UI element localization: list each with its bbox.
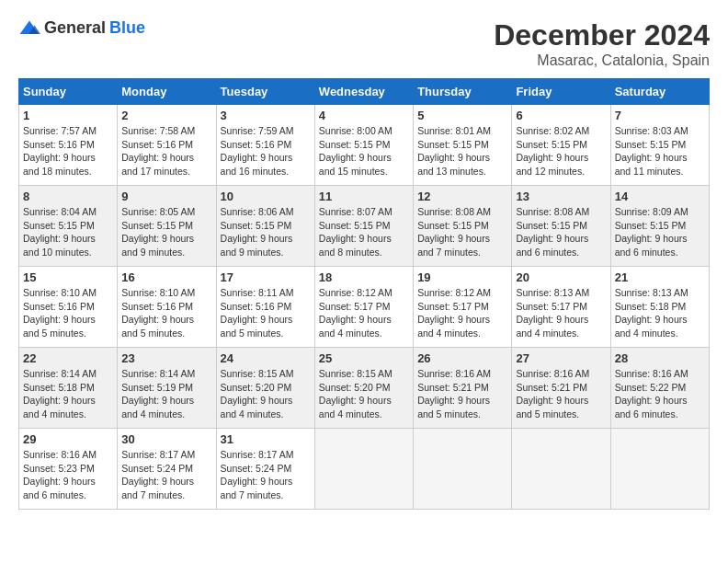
day-number: 12 (417, 190, 507, 203)
table-row: 13 Sunrise: 8:08 AM Sunset: 5:15 PM Dayl… (512, 186, 610, 267)
table-row: 5 Sunrise: 8:01 AM Sunset: 5:15 PM Dayli… (414, 105, 512, 186)
day-number: 29 (23, 432, 113, 446)
table-row: 31 Sunrise: 8:17 AM Sunset: 5:24 PM Dayl… (216, 429, 314, 510)
day-number: 15 (23, 270, 113, 284)
table-row: 19 Sunrise: 8:12 AM Sunset: 5:17 PM Dayl… (414, 267, 512, 348)
day-number: 13 (516, 190, 606, 203)
location-title: Masarac, Catalonia, Spain (494, 52, 710, 69)
table-row: 23 Sunrise: 8:14 AM Sunset: 5:19 PM Dayl… (118, 348, 216, 429)
table-row: 25 Sunrise: 8:15 AM Sunset: 5:20 PM Dayl… (314, 348, 413, 429)
page-header: GeneralBlue December 2024 Masarac, Catal… (18, 18, 710, 69)
day-number: 28 (615, 351, 705, 365)
day-info: Sunrise: 8:16 AM Sunset: 5:22 PM Dayligh… (615, 367, 705, 421)
table-row (610, 429, 709, 510)
day-info: Sunrise: 8:03 AM Sunset: 5:15 PM Dayligh… (615, 124, 705, 178)
day-info: Sunrise: 8:16 AM Sunset: 5:23 PM Dayligh… (23, 448, 113, 502)
table-row: 22 Sunrise: 8:14 AM Sunset: 5:18 PM Dayl… (19, 348, 118, 429)
day-number: 30 (121, 432, 211, 446)
day-info: Sunrise: 7:58 AM Sunset: 5:16 PM Dayligh… (121, 124, 211, 178)
header-wednesday: Wednesday (314, 79, 413, 105)
day-info: Sunrise: 8:13 AM Sunset: 5:17 PM Dayligh… (516, 286, 606, 340)
day-info: Sunrise: 8:15 AM Sunset: 5:20 PM Dayligh… (221, 367, 311, 421)
header-tuesday: Tuesday (216, 79, 314, 105)
day-number: 11 (319, 190, 409, 203)
day-info: Sunrise: 8:08 AM Sunset: 5:15 PM Dayligh… (417, 205, 507, 259)
day-number: 18 (319, 270, 409, 284)
day-number: 8 (23, 190, 113, 203)
calendar-row: 22 Sunrise: 8:14 AM Sunset: 5:18 PM Dayl… (19, 348, 710, 429)
day-number: 24 (221, 351, 311, 365)
logo-blue: Blue (109, 18, 145, 38)
day-number: 17 (221, 270, 311, 284)
table-row: 7 Sunrise: 8:03 AM Sunset: 5:15 PM Dayli… (610, 105, 709, 186)
day-info: Sunrise: 8:17 AM Sunset: 5:24 PM Dayligh… (221, 448, 311, 502)
calendar-row: 29 Sunrise: 8:16 AM Sunset: 5:23 PM Dayl… (19, 429, 710, 510)
table-row: 9 Sunrise: 8:05 AM Sunset: 5:15 PM Dayli… (118, 186, 216, 267)
day-info: Sunrise: 8:12 AM Sunset: 5:17 PM Dayligh… (417, 286, 507, 340)
day-info: Sunrise: 8:07 AM Sunset: 5:15 PM Dayligh… (319, 205, 409, 259)
table-row: 24 Sunrise: 8:15 AM Sunset: 5:20 PM Dayl… (216, 348, 314, 429)
day-info: Sunrise: 8:10 AM Sunset: 5:16 PM Dayligh… (121, 286, 211, 340)
day-number: 3 (221, 109, 311, 122)
day-info: Sunrise: 8:17 AM Sunset: 5:24 PM Dayligh… (121, 448, 211, 502)
logo-icon (18, 19, 40, 38)
calendar-header-row: Sunday Monday Tuesday Wednesday Thursday… (19, 79, 710, 105)
day-info: Sunrise: 8:08 AM Sunset: 5:15 PM Dayligh… (516, 205, 606, 259)
day-number: 14 (615, 190, 705, 203)
day-info: Sunrise: 8:06 AM Sunset: 5:15 PM Dayligh… (221, 205, 311, 259)
day-info: Sunrise: 7:57 AM Sunset: 5:16 PM Dayligh… (23, 124, 113, 178)
day-number: 16 (121, 270, 211, 284)
day-number: 22 (23, 351, 113, 365)
day-number: 2 (121, 109, 211, 122)
header-monday: Monday (118, 79, 216, 105)
table-row: 1 Sunrise: 7:57 AM Sunset: 5:16 PM Dayli… (19, 105, 118, 186)
table-row: 8 Sunrise: 8:04 AM Sunset: 5:15 PM Dayli… (19, 186, 118, 267)
day-number: 31 (221, 432, 311, 446)
table-row: 4 Sunrise: 8:00 AM Sunset: 5:15 PM Dayli… (314, 105, 413, 186)
day-info: Sunrise: 8:10 AM Sunset: 5:16 PM Dayligh… (23, 286, 113, 340)
day-info: Sunrise: 8:11 AM Sunset: 5:16 PM Dayligh… (221, 286, 311, 340)
table-row: 18 Sunrise: 8:12 AM Sunset: 5:17 PM Dayl… (314, 267, 413, 348)
day-info: Sunrise: 8:09 AM Sunset: 5:15 PM Dayligh… (615, 205, 705, 259)
header-sunday: Sunday (19, 79, 118, 105)
table-row: 11 Sunrise: 8:07 AM Sunset: 5:15 PM Dayl… (314, 186, 413, 267)
logo-general: General (44, 18, 106, 38)
day-info: Sunrise: 8:16 AM Sunset: 5:21 PM Dayligh… (417, 367, 507, 421)
day-number: 6 (516, 109, 606, 122)
calendar-row: 1 Sunrise: 7:57 AM Sunset: 5:16 PM Dayli… (19, 105, 710, 186)
table-row: 12 Sunrise: 8:08 AM Sunset: 5:15 PM Dayl… (414, 186, 512, 267)
table-row: 21 Sunrise: 8:13 AM Sunset: 5:18 PM Dayl… (610, 267, 709, 348)
table-row: 20 Sunrise: 8:13 AM Sunset: 5:17 PM Dayl… (512, 267, 610, 348)
day-info: Sunrise: 8:05 AM Sunset: 5:15 PM Dayligh… (121, 205, 211, 259)
day-number: 5 (417, 109, 507, 122)
day-info: Sunrise: 7:59 AM Sunset: 5:16 PM Dayligh… (221, 124, 311, 178)
title-block: December 2024 Masarac, Catalonia, Spain (494, 18, 710, 69)
day-number: 26 (417, 351, 507, 365)
day-info: Sunrise: 8:14 AM Sunset: 5:18 PM Dayligh… (23, 367, 113, 421)
table-row: 29 Sunrise: 8:16 AM Sunset: 5:23 PM Dayl… (19, 429, 118, 510)
day-number: 19 (417, 270, 507, 284)
day-info: Sunrise: 8:13 AM Sunset: 5:18 PM Dayligh… (615, 286, 705, 340)
table-row (414, 429, 512, 510)
table-row: 3 Sunrise: 7:59 AM Sunset: 5:16 PM Dayli… (216, 105, 314, 186)
day-info: Sunrise: 8:16 AM Sunset: 5:21 PM Dayligh… (516, 367, 606, 421)
table-row: 26 Sunrise: 8:16 AM Sunset: 5:21 PM Dayl… (414, 348, 512, 429)
day-number: 23 (121, 351, 211, 365)
logo: GeneralBlue (18, 18, 145, 38)
day-info: Sunrise: 8:04 AM Sunset: 5:15 PM Dayligh… (23, 205, 113, 259)
day-info: Sunrise: 8:00 AM Sunset: 5:15 PM Dayligh… (319, 124, 409, 178)
table-row: 10 Sunrise: 8:06 AM Sunset: 5:15 PM Dayl… (216, 186, 314, 267)
day-number: 1 (23, 109, 113, 122)
calendar-row: 8 Sunrise: 8:04 AM Sunset: 5:15 PM Dayli… (19, 186, 710, 267)
header-friday: Friday (512, 79, 610, 105)
table-row: 6 Sunrise: 8:02 AM Sunset: 5:15 PM Dayli… (512, 105, 610, 186)
day-number: 9 (121, 190, 211, 203)
day-info: Sunrise: 8:14 AM Sunset: 5:19 PM Dayligh… (121, 367, 211, 421)
day-info: Sunrise: 8:02 AM Sunset: 5:15 PM Dayligh… (516, 124, 606, 178)
day-number: 27 (516, 351, 606, 365)
table-row: 14 Sunrise: 8:09 AM Sunset: 5:15 PM Dayl… (610, 186, 709, 267)
day-number: 10 (221, 190, 311, 203)
table-row: 28 Sunrise: 8:16 AM Sunset: 5:22 PM Dayl… (610, 348, 709, 429)
day-info: Sunrise: 8:15 AM Sunset: 5:20 PM Dayligh… (319, 367, 409, 421)
day-info: Sunrise: 8:12 AM Sunset: 5:17 PM Dayligh… (319, 286, 409, 340)
